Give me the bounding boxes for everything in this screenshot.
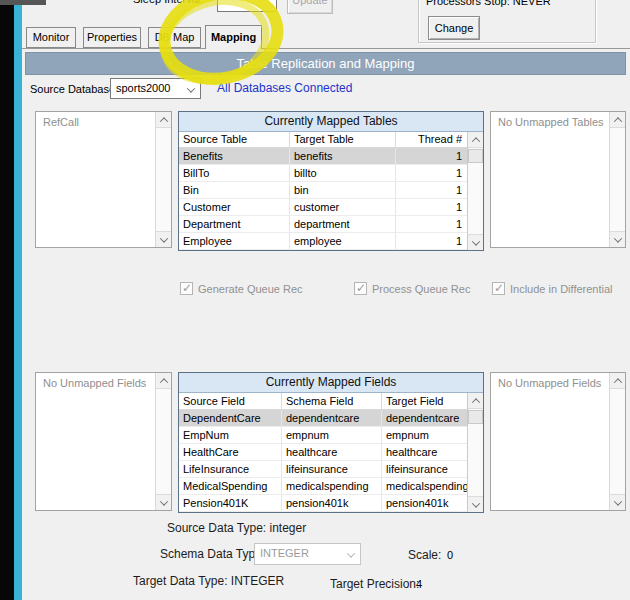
scrollbar-thumb[interactable] [468, 410, 483, 424]
scale-label: Scale: [408, 548, 441, 562]
table-row[interactable]: LifeInsurance lifeinsurance lifeinsuranc… [179, 461, 467, 478]
scrollbar[interactable] [609, 373, 625, 510]
cell: medicalspending [282, 478, 382, 494]
scrollbar-thumb[interactable] [468, 149, 483, 163]
process-queue-rec-checkbox[interactable] [354, 282, 367, 295]
source-database-value: sports2000 [116, 82, 170, 94]
chevron-down-icon[interactable] [156, 494, 171, 510]
unmapped-fields-left-list[interactable]: No Unmapped Fields [35, 372, 172, 511]
table-row[interactable]: Pension401K pension401k pension401k [179, 495, 467, 512]
cell: lifeinsurance [382, 461, 467, 477]
source-database-label: Source Database: [30, 83, 118, 95]
table-row[interactable]: DependentCare dependentcare dependentcar… [179, 410, 467, 427]
chevron-down-icon [188, 87, 194, 93]
cell: Benefits [179, 148, 290, 164]
target-precision-label: Target Precision: [330, 577, 419, 591]
unmapped-fields-right-list[interactable]: No Unmapped Fields [490, 372, 626, 511]
cell: dependentcare [382, 410, 467, 426]
cell: empnum [282, 427, 382, 443]
table-row[interactable]: Bin bin 1 [179, 182, 467, 199]
table-row[interactable]: Employee employee 1 [179, 233, 467, 250]
table-row[interactable]: MedicalSpending medicalspending medicals… [179, 478, 467, 495]
include-in-differential-checkbox[interactable] [492, 282, 505, 295]
chevron-down-icon[interactable] [610, 494, 625, 510]
column-header: Target Field [382, 393, 467, 409]
cell: healthcare [282, 444, 382, 460]
grid-header: Source Field Schema Field Target Field [179, 393, 467, 410]
cell: 1 [396, 182, 467, 198]
unmapped-tables-right-list[interactable]: No Unmapped Tables [490, 111, 626, 248]
source-database-select[interactable]: sports2000 [110, 78, 201, 99]
table-row[interactable]: HealthCare healthcare healthcare [179, 444, 467, 461]
cell: billto [290, 165, 396, 181]
cell: MedicalSpending [179, 478, 282, 494]
cell: Pension401K [179, 495, 282, 511]
cell: HealthCare [179, 444, 282, 460]
chevron-down-icon[interactable] [610, 231, 625, 247]
chevron-up-icon[interactable] [156, 373, 171, 389]
cell: lifeinsurance [282, 461, 382, 477]
cell: Bin [179, 182, 290, 198]
scrollbar[interactable] [467, 393, 483, 512]
cell: customer [290, 199, 396, 215]
grid-title: Currently Mapped Fields [179, 373, 483, 393]
cell: benefits [290, 148, 396, 164]
table-row[interactable]: EmpNum empnum empnum [179, 427, 467, 444]
taskbar-fragment [0, 0, 46, 5]
cell: Customer [179, 199, 290, 215]
chevron-down-icon[interactable] [156, 231, 171, 247]
table-row[interactable]: BillTo billto 1 [179, 165, 467, 182]
chevron-up-icon[interactable] [468, 132, 483, 148]
cell: 1 [396, 199, 467, 215]
window-edge-accent [14, 0, 22, 600]
checkbox-label: Generate Queue Rec [198, 283, 303, 295]
unmapped-tables-left-list[interactable]: RefCall [35, 111, 172, 248]
checkbox-label: Process Queue Rec [372, 283, 470, 295]
scrollbar[interactable] [155, 112, 171, 247]
source-data-type-text: Source Data Type: integer [167, 521, 306, 535]
cell: medicalspending [382, 478, 467, 494]
chevron-up-icon[interactable] [156, 112, 171, 128]
list-item: No Unmapped Fields [43, 377, 146, 389]
sleep-interval-label: Sleep Interval: [133, 0, 203, 5]
schema-data-type-select[interactable]: INTEGER [254, 543, 361, 565]
cell: 1 [396, 165, 467, 181]
generate-queue-rec-checkbox[interactable] [180, 282, 193, 295]
connection-status-text: All Databases Connected [217, 81, 352, 95]
cell: LifeInsurance [179, 461, 282, 477]
update-button[interactable]: Update [287, 0, 333, 14]
table-row[interactable]: Customer customer 1 [179, 199, 467, 216]
mapped-tables-grid: Currently Mapped Tables Source Table Tar… [178, 111, 484, 251]
scrollbar[interactable] [155, 373, 171, 510]
mapped-fields-rows: DependentCare dependentcare dependentcar… [179, 410, 467, 512]
tab-db-map[interactable]: DB Map [148, 27, 201, 48]
chevron-up-icon[interactable] [468, 393, 483, 409]
cell: EmpNum [179, 427, 282, 443]
mapped-fields-grid: Currently Mapped Fields Source Field Sch… [178, 372, 484, 513]
schema-data-type-label: Schema Data Type: [160, 547, 265, 561]
chevron-down-icon[interactable] [468, 234, 483, 250]
list-item: No Unmapped Fields [498, 377, 601, 389]
sleep-interval-input[interactable] [217, 0, 277, 12]
column-header: Source Field [179, 393, 282, 409]
cell: empnum [382, 427, 467, 443]
column-header: Thread # [396, 132, 467, 147]
table-row[interactable]: Benefits benefits 1 [179, 148, 467, 165]
schema-data-type-value: INTEGER [260, 547, 309, 559]
scale-value: 0 [447, 549, 453, 561]
tab-mapping[interactable]: Mapping [205, 25, 262, 49]
cell: Employee [179, 233, 290, 249]
tab-properties[interactable]: Properties [83, 27, 141, 48]
chevron-up-icon[interactable] [610, 112, 625, 128]
cell: bin [290, 182, 396, 198]
scrollbar[interactable] [609, 112, 625, 247]
tab-monitor[interactable]: Monitor [26, 27, 76, 48]
cell: Department [179, 216, 290, 232]
cell: DependentCare [179, 410, 282, 426]
cell: pension401k [382, 495, 467, 511]
chevron-up-icon[interactable] [610, 373, 625, 389]
scrollbar[interactable] [467, 132, 483, 250]
chevron-down-icon[interactable] [468, 496, 483, 512]
change-button[interactable]: Change [428, 16, 480, 40]
table-row[interactable]: Department department 1 [179, 216, 467, 233]
